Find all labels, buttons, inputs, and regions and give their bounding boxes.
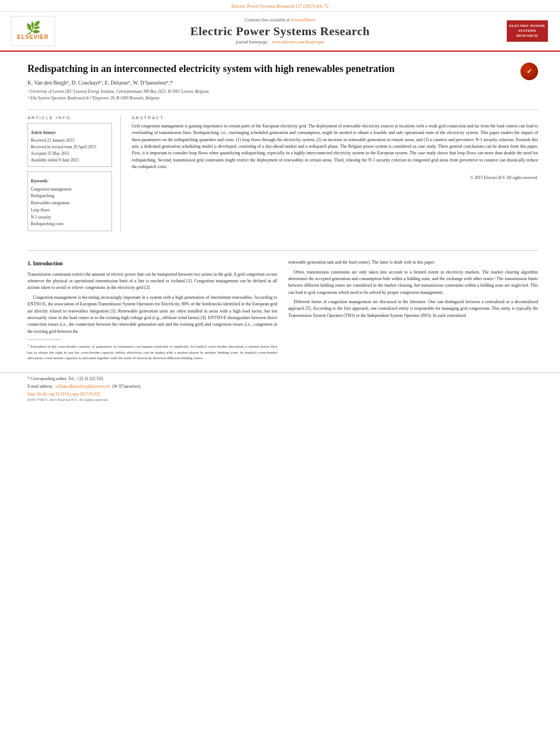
accepted-date: Accepted 25 May 2015 bbox=[31, 150, 109, 157]
right-p1: renewable generation unit and the load c… bbox=[288, 259, 538, 266]
email-label: E-mail address: bbox=[27, 384, 53, 389]
article-area: Redispatching in an interconnected elect… bbox=[0, 52, 560, 242]
keyword-item: Redispatching bbox=[31, 193, 109, 200]
email-line: E-mail address: william.dhaeseleer@kuleu… bbox=[27, 383, 538, 390]
revised-date: Received in revised form 29 April 2015 bbox=[31, 144, 109, 150]
article-title: Redispatching in an interconnected elect… bbox=[27, 63, 512, 75]
article-info-heading: ARTICLE INFO bbox=[27, 115, 112, 120]
available-date: Available online 9 June 2015 bbox=[31, 157, 109, 164]
body-left-column: 1. Introduction Transmission constraints… bbox=[27, 259, 277, 361]
keyword-item: Loop flows bbox=[31, 207, 109, 214]
corresponding-note: * Corresponding author. Tel.: +32 16 322… bbox=[27, 376, 538, 382]
email-suffix: (W. D’haeseleer). bbox=[112, 384, 141, 389]
keyword-item: Redispatching costs bbox=[31, 221, 109, 228]
copyright-line: © 2015 Elsevier B.V. All rights reserved… bbox=[132, 175, 538, 180]
intro-p2: Congestion management is becoming increa… bbox=[27, 294, 277, 335]
right-p3: Different forms of congestion management… bbox=[288, 299, 538, 319]
homepage-label: journal homepage: bbox=[236, 40, 268, 44]
keywords-box: Keywords: Congestion managementRedispatc… bbox=[27, 171, 112, 231]
elsevier-tree-icon: 🌿 bbox=[26, 22, 41, 34]
article-title-block: Redispatching in an interconnected elect… bbox=[27, 63, 512, 101]
keyword-item: N-1 security bbox=[31, 214, 109, 221]
article-metadata-body: ARTICLE INFO Article history: Received 2… bbox=[27, 109, 538, 231]
journal-logo-box: ELECTRIC POWER SYSTEMS RESEARCH bbox=[507, 20, 548, 42]
elsevier-label: ELSEVIER bbox=[17, 34, 48, 40]
keyword-item: Renewables integration bbox=[31, 200, 109, 207]
keyword-item: Congestion management bbox=[31, 186, 109, 193]
email-link[interactable]: william.dhaeseleer@kuleuven.be bbox=[55, 384, 110, 389]
received-date: Received 21 January 2015 bbox=[31, 137, 109, 144]
section-divider bbox=[27, 250, 538, 251]
footnote-divider bbox=[27, 339, 60, 340]
contents-text: Contents lists available at bbox=[245, 18, 290, 23]
footnote-block: 1 Allocation of the cross-border capacit… bbox=[27, 343, 277, 361]
abstract-text: Grid congestion management is gaining im… bbox=[132, 123, 538, 171]
homepage-line: journal homepage: www.elsevier.com/locat… bbox=[60, 40, 500, 44]
history-label: Article history: bbox=[31, 130, 109, 136]
corresponding-star: * Corresponding author. Tel.: +32 16 322… bbox=[27, 376, 104, 381]
journal-logo: ELECTRIC POWER SYSTEMS RESEARCH bbox=[505, 20, 549, 42]
intro-heading: 1. Introduction bbox=[27, 259, 277, 268]
homepage-url[interactable]: www.elsevier.com/locate/epsr bbox=[272, 40, 324, 44]
doi-link[interactable]: http://dx.doi.org/10.1016/j.epsr.2015.05… bbox=[27, 392, 538, 397]
footnote-text: Allocation of the cross-border capacity … bbox=[27, 344, 277, 360]
article-title-section: Redispatching in an interconnected elect… bbox=[27, 63, 538, 101]
issn-line: 0378-7796/© 2015 Elsevier B.V. All right… bbox=[27, 398, 538, 402]
logo-line2: SYSTEMS RESEARCH bbox=[509, 29, 545, 38]
journal-reference-bar: Electric Power Systems Research 127 (201… bbox=[0, 0, 560, 12]
journal-ref-text: Electric Power Systems Research 127 (201… bbox=[231, 3, 328, 9]
sciencedirect-link[interactable]: ScienceDirect bbox=[291, 18, 316, 23]
authors-line: K. Van den Berghᵃ, D. Couckuytᵇ, E. Dela… bbox=[27, 80, 512, 86]
affiliation-a: ᵃ University of Leuven (KU Leuven) Energ… bbox=[27, 88, 512, 94]
abstract-column: ABSTRACT Grid congestion management is g… bbox=[132, 115, 538, 231]
body-columns: 1. Introduction Transmission constraints… bbox=[0, 259, 560, 370]
right-p2: Often, transmission constraints are only… bbox=[288, 269, 538, 297]
journal-center-info: Contents lists available at ScienceDirec… bbox=[60, 18, 500, 44]
footnote-num: 1 bbox=[27, 343, 29, 347]
crossmark-logo: ✓ bbox=[520, 63, 538, 80]
article-footer: * Corresponding author. Tel.: +32 16 322… bbox=[0, 372, 560, 408]
keywords-list: Congestion managementRedispatchingRenewa… bbox=[31, 186, 109, 228]
affiliation-b: ᵇ Elia System Operator, Boulevard de l’E… bbox=[27, 95, 512, 101]
abstract-heading: ABSTRACT bbox=[132, 115, 538, 120]
intro-p1: Transmission constraints restrict the am… bbox=[27, 271, 277, 292]
journal-header: 🌿 ELSEVIER Contents lists available at S… bbox=[0, 12, 560, 52]
body-right-column: renewable generation unit and the load c… bbox=[288, 259, 538, 361]
keywords-label: Keywords: bbox=[31, 178, 109, 185]
journal-title: Electric Power Systems Research bbox=[60, 24, 500, 38]
elsevier-logo: 🌿 ELSEVIER bbox=[11, 16, 55, 46]
contents-line: Contents lists available at ScienceDirec… bbox=[60, 18, 500, 23]
affiliations: ᵃ University of Leuven (KU Leuven) Energ… bbox=[27, 88, 512, 101]
article-history-box: Article history: Received 21 January 201… bbox=[27, 123, 112, 167]
logo-line1: ELECTRIC POWER bbox=[509, 24, 545, 29]
article-info-column: ARTICLE INFO Article history: Received 2… bbox=[27, 115, 121, 231]
crossmark-icon: ✓ bbox=[520, 63, 538, 80]
